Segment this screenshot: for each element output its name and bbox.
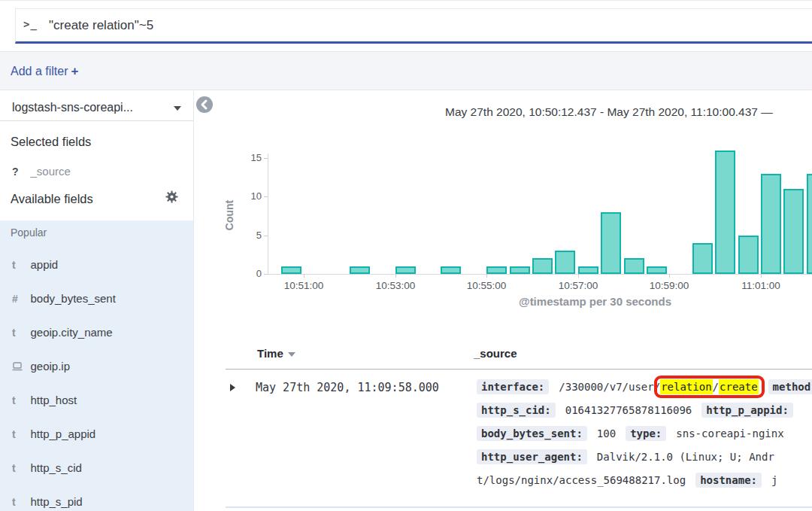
column-header-time[interactable]: Time: [257, 347, 295, 360]
histogram-bar[interactable]: [555, 251, 575, 274]
histogram-bar[interactable]: [578, 266, 598, 274]
available-fields-heading: Available fields: [11, 192, 93, 206]
x-axis-line: [268, 274, 812, 275]
x-tick-label: 10:51:00: [284, 280, 324, 291]
search-input[interactable]: [15, 8, 812, 44]
number-type-icon: #: [12, 282, 27, 316]
field-item-http-s-pid[interactable]: t http_s_pid: [0, 485, 193, 511]
text-type-icon: t: [12, 418, 27, 452]
index-pattern-value: logstash-sns-coreapi...: [12, 101, 133, 114]
histogram-bar[interactable]: [441, 266, 461, 274]
y-tick-label: 10: [195, 190, 262, 202]
column-header-source: _source: [474, 347, 517, 360]
y-tick-label: 15: [195, 152, 262, 164]
x-tick-mark: [486, 274, 487, 278]
collapse-sidebar-button[interactable]: [196, 96, 213, 113]
source-path-value: t/logs/nginx/access_569488217.log: [477, 474, 686, 486]
field-badge-http-user-agent: http_user_agent:: [477, 449, 587, 464]
field-badge-hostname: hostname:: [695, 473, 762, 488]
source-line-5: t/logs/nginx/access_569488217.loghostnam…: [477, 469, 812, 492]
histogram-bar[interactable]: [761, 174, 781, 275]
add-filter-label: Add a filter: [11, 65, 68, 78]
text-type-icon: t: [12, 316, 27, 350]
gear-icon[interactable]: [165, 190, 178, 203]
field-name: http_host: [30, 394, 77, 406]
histogram-bar[interactable]: [601, 212, 621, 274]
highlight-relation: relation: [660, 379, 712, 394]
histogram-bar[interactable]: [647, 266, 667, 274]
field-item-http-host[interactable]: t http_host: [0, 383, 193, 417]
http-s-cid-value: 01641327765878116096: [565, 404, 692, 416]
text-type-icon: t: [12, 384, 27, 418]
histogram-bar[interactable]: [783, 189, 804, 274]
text-type-icon: t: [12, 248, 27, 282]
y-tick-mark: [264, 236, 268, 236]
console-prompt-icon: >_: [23, 18, 38, 30]
field-badge-method: method:: [768, 379, 812, 394]
histogram-bar[interactable]: [738, 236, 759, 274]
source-line-1: interface:/330000/v7/user/relation/creat…: [477, 376, 812, 399]
query-bar: >_: [0, 1, 812, 51]
x-tick-label: 10:59:00: [650, 280, 689, 291]
body-bytes-sent-value: 100: [597, 427, 616, 440]
field-item-body-bytes-sent[interactable]: # body_bytes_sent: [0, 281, 193, 315]
popular-label: Popular: [11, 227, 47, 239]
y-tick-label: 0: [195, 268, 262, 280]
histogram-bar[interactable]: [395, 266, 416, 274]
plus-icon: +: [71, 64, 78, 78]
x-tick-mark: [669, 274, 670, 278]
field-name: http_s_cid: [30, 461, 81, 474]
histogram-plot: [194, 140, 812, 275]
path-separator: /: [713, 381, 719, 393]
selected-fields-heading: Selected fields: [11, 135, 91, 149]
field-item-geoip-city-name[interactable]: t geoip.city_name: [0, 315, 193, 349]
field-badge-body-bytes-sent: body_bytes_sent:: [477, 426, 587, 441]
http-user-agent-value: Dalvik/2.1.0 (Linux; U; Andr: [597, 451, 774, 463]
field-item-geoip-ip[interactable]: geoip.ip: [0, 349, 193, 383]
x-tick-label: 10:57:00: [559, 280, 598, 291]
histogram-bar[interactable]: [807, 174, 812, 275]
source-line-4: http_user_agent:Dalvik/2.1.0 (Linux; U; …: [477, 446, 812, 469]
expand-row-icon[interactable]: [230, 384, 235, 391]
filter-bar: Add a filter+: [0, 51, 812, 90]
text-type-icon: t: [12, 485, 27, 511]
histogram-bar[interactable]: [624, 258, 644, 274]
y-tick-mark: [264, 196, 268, 197]
x-tick-mark: [761, 274, 762, 278]
field-name: geoip.ip: [30, 360, 70, 373]
histogram-bar[interactable]: [692, 243, 713, 274]
field-badge-interface: interface:: [477, 379, 549, 394]
ip-type-icon: [12, 350, 27, 384]
field-name: appid: [30, 258, 58, 271]
annotation-red-box: relation/create: [654, 376, 764, 398]
add-filter-button[interactable]: Add a filter+: [11, 64, 78, 79]
source-line-2: http_s_cid:01641327765878116096http_p_ap…: [477, 399, 812, 422]
field-name: geoip.city_name: [30, 326, 112, 339]
source-line-3: body_bytes_sent:100type:sns-coreapi-ngin…: [477, 422, 812, 446]
x-tick-label: 10:53:00: [376, 280, 416, 291]
histogram-chart: Count 0 5 10 15 10:51:00 10:53:00 10:55:…: [194, 140, 812, 315]
field-item-source[interactable]: ? _source: [12, 163, 71, 180]
field-item-http-p-appid[interactable]: t http_p_appid: [0, 417, 193, 451]
histogram-bar[interactable]: [281, 266, 301, 274]
histogram-bar[interactable]: [486, 266, 507, 274]
table-header-divider: [226, 369, 812, 370]
x-tick-label: 10:55:00: [467, 280, 507, 291]
field-badge-http-s-cid: http_s_cid:: [477, 403, 556, 418]
histogram-bar[interactable]: [350, 266, 370, 274]
histogram-bar[interactable]: [510, 266, 530, 274]
highlight-create: create: [719, 379, 759, 394]
histogram-bar[interactable]: [532, 258, 553, 274]
row-source-cell: interface:/330000/v7/user/relation/creat…: [477, 376, 812, 492]
x-tick-label: 11:01:00: [741, 280, 780, 291]
field-name: http_p_appid: [30, 427, 95, 440]
field-badge-type: type:: [626, 426, 666, 441]
field-item-http-s-cid[interactable]: t http_s_cid: [0, 451, 193, 485]
interface-path-prefix: /330000/v7/user/: [559, 381, 660, 393]
field-item-appid[interactable]: t appid: [0, 248, 193, 281]
histogram-bar[interactable]: [715, 151, 735, 274]
hostname-value: j: [771, 474, 777, 486]
index-pattern-selector[interactable]: logstash-sns-coreapi...: [0, 94, 193, 121]
chevron-down-icon: [174, 106, 181, 111]
popular-fields-section: Popular t appid # body_bytes_sent t geoi…: [0, 221, 193, 511]
